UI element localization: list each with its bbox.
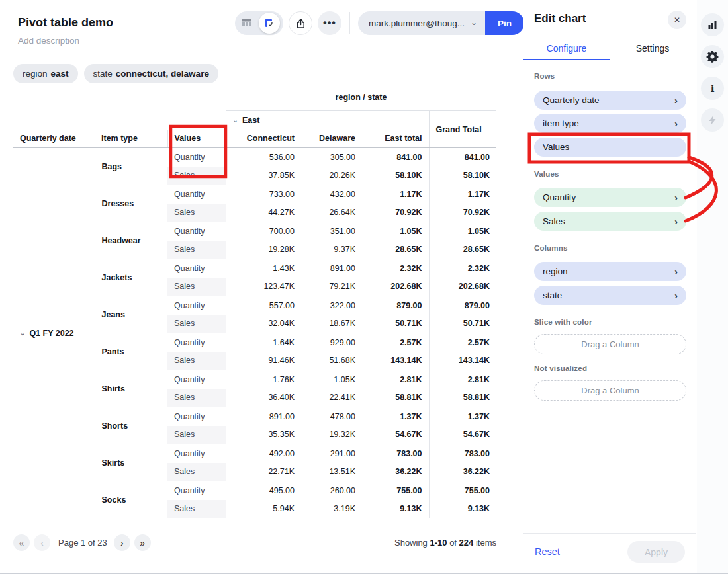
quantity-value-cell[interactable]: 1.05K	[429, 222, 496, 241]
sales-value-cell[interactable]: 19.28K	[226, 241, 301, 259]
rows-field-quarterly-date[interactable]: Quarterly date›	[534, 91, 686, 110]
chevron-right-icon[interactable]: ›	[674, 118, 678, 129]
sales-value-cell[interactable]: 123.47K	[226, 278, 301, 296]
quantity-value-cell[interactable]: 492.00	[226, 444, 301, 463]
sales-value-cell[interactable]: 44.27K	[226, 204, 301, 222]
columns-field-region[interactable]: region›	[534, 262, 686, 281]
columns-field-state[interactable]: state›	[534, 286, 686, 305]
sales-value-cell[interactable]: 26.64K	[301, 204, 362, 222]
sales-value-cell[interactable]: 5.94K	[226, 500, 301, 518]
item-type-cell[interactable]: Headwear	[95, 222, 167, 259]
header-item-type[interactable]: item type	[95, 130, 167, 148]
sales-value-cell[interactable]: 143.14K	[429, 352, 496, 370]
chevron-right-icon[interactable]: ›	[674, 266, 678, 277]
quantity-value-cell[interactable]: 755.00	[362, 481, 429, 500]
chevron-right-icon[interactable]: ›	[674, 290, 678, 301]
tab-settings[interactable]: Settings	[610, 40, 696, 60]
share-button[interactable]	[289, 11, 312, 35]
sales-value-cell[interactable]: 51.68K	[301, 352, 362, 370]
quantity-value-cell[interactable]: 432.00	[301, 185, 362, 204]
close-panel-button[interactable]: ✕	[668, 11, 686, 29]
author-dropdown[interactable]: mark.plummer@thoug... ⌄	[358, 11, 485, 35]
quantity-value-cell[interactable]: 536.00	[226, 148, 301, 167]
first-page-button[interactable]: «	[13, 534, 30, 551]
sales-value-cell[interactable]: 28.65K	[429, 241, 496, 259]
sales-value-cell[interactable]: 70.92K	[362, 204, 429, 222]
quantity-value-cell[interactable]: 495.00	[226, 481, 301, 500]
settings-button[interactable]	[701, 45, 724, 68]
measure-label-quantity[interactable]: Quantity	[167, 222, 226, 241]
header-quarterly-date[interactable]: Quarterly date	[13, 130, 95, 148]
quantity-value-cell[interactable]: 260.00	[301, 481, 362, 500]
sales-value-cell[interactable]: 202.68K	[429, 278, 496, 296]
measure-label-sales[interactable]: Sales	[167, 315, 226, 333]
quantity-value-cell[interactable]: 700.00	[226, 222, 301, 241]
quantity-value-cell[interactable]: 1.05K	[301, 370, 362, 389]
collapse-quarter-icon[interactable]: ⌄	[20, 329, 25, 337]
sales-value-cell[interactable]: 58.10K	[362, 167, 429, 185]
measure-label-sales[interactable]: Sales	[167, 167, 226, 185]
quantity-value-cell[interactable]: 2.32K	[429, 259, 496, 278]
quantity-value-cell[interactable]: 891.00	[301, 259, 362, 278]
sales-value-cell[interactable]: 143.14K	[362, 352, 429, 370]
item-type-cell[interactable]: Socks	[95, 481, 167, 518]
quantity-value-cell[interactable]: 891.00	[226, 407, 301, 426]
quantity-value-cell[interactable]: 1.43K	[226, 259, 301, 278]
sales-value-cell[interactable]: 22.71K	[226, 463, 301, 481]
sales-value-cell[interactable]: 36.22K	[362, 463, 429, 481]
spotiq-button[interactable]	[701, 108, 724, 132]
measure-label-sales[interactable]: Sales	[167, 426, 226, 444]
chevron-right-icon[interactable]: ›	[674, 95, 678, 106]
chevron-right-icon[interactable]: ›	[674, 192, 678, 203]
quantity-value-cell[interactable]: 1.37K	[429, 407, 496, 426]
quantity-value-cell[interactable]: 733.00	[226, 185, 301, 204]
apply-button[interactable]: Apply	[627, 541, 685, 563]
sales-value-cell[interactable]: 79.21K	[301, 278, 362, 296]
filter-chip-region[interactable]: region east	[13, 64, 78, 83]
sales-value-cell[interactable]: 58.81K	[362, 389, 429, 407]
sales-value-cell[interactable]: 50.71K	[429, 315, 496, 333]
sales-value-cell[interactable]: 36.40K	[226, 389, 301, 407]
item-type-cell[interactable]: Skirts	[95, 444, 167, 481]
sales-value-cell[interactable]: 70.92K	[429, 204, 496, 222]
measure-label-quantity[interactable]: Quantity	[167, 259, 226, 278]
measure-label-sales[interactable]: Sales	[167, 500, 226, 518]
sales-value-cell[interactable]: 32.04K	[226, 315, 301, 333]
measure-label-quantity[interactable]: Quantity	[167, 296, 226, 315]
quantity-value-cell[interactable]: 929.00	[301, 333, 362, 352]
pivot-view-button[interactable]	[259, 13, 280, 34]
item-type-cell[interactable]: Jackets	[95, 259, 167, 296]
quantity-value-cell[interactable]: 1.64K	[226, 333, 301, 352]
tab-configure[interactable]: Configure	[523, 40, 610, 60]
quarter-cell[interactable]: ⌄Q1 FY 2022	[13, 148, 95, 518]
item-type-cell[interactable]: Shorts	[95, 407, 167, 444]
measure-label-quantity[interactable]: Quantity	[167, 407, 226, 426]
quantity-value-cell[interactable]: 879.00	[429, 296, 496, 315]
quantity-value-cell[interactable]: 2.81K	[362, 370, 429, 389]
measure-label-sales[interactable]: Sales	[167, 352, 226, 370]
slice-with-color-dropzone[interactable]: Drag a Column	[534, 334, 686, 354]
sales-value-cell[interactable]: 54.67K	[429, 426, 496, 444]
measure-label-sales[interactable]: Sales	[167, 389, 226, 407]
sales-value-cell[interactable]: 9.13K	[362, 500, 429, 518]
next-page-button[interactable]: ›	[114, 534, 130, 551]
sales-value-cell[interactable]: 54.67K	[362, 426, 429, 444]
quantity-value-cell[interactable]: 2.32K	[362, 259, 429, 278]
measure-label-quantity[interactable]: Quantity	[167, 370, 226, 389]
quantity-value-cell[interactable]: 841.00	[362, 148, 429, 167]
sales-value-cell[interactable]: 36.22K	[429, 463, 496, 481]
add-description-field[interactable]: Add description	[18, 36, 79, 46]
quantity-value-cell[interactable]: 291.00	[301, 444, 362, 463]
sales-value-cell[interactable]: 202.68K	[362, 278, 429, 296]
table-view-button[interactable]	[235, 11, 259, 35]
quantity-value-cell[interactable]: 557.00	[226, 296, 301, 315]
measure-label-quantity[interactable]: Quantity	[167, 481, 226, 500]
header-connecticut[interactable]: Connecticut	[226, 130, 301, 148]
more-options-button[interactable]: •••	[318, 11, 341, 35]
item-type-cell[interactable]: Pants	[95, 333, 167, 370]
sales-value-cell[interactable]: 3.19K	[301, 500, 362, 518]
info-button[interactable]: i	[701, 77, 724, 100]
header-values[interactable]: Values	[167, 130, 226, 148]
item-type-cell[interactable]: Dresses	[95, 185, 167, 222]
values-field-quantity[interactable]: Quantity›	[534, 188, 686, 207]
